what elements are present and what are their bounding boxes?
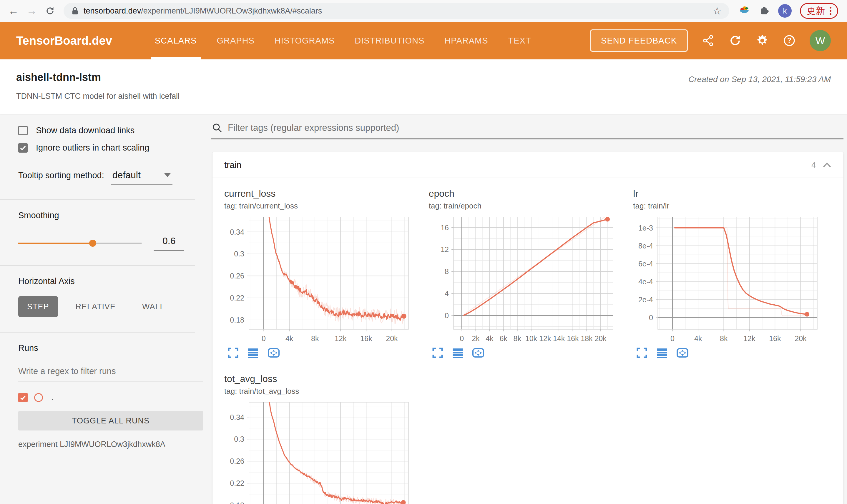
runs-regex-input[interactable]: Write a regex to filter runs [18, 366, 203, 381]
toggle-all-runs-button[interactable]: TOGGLE ALL RUNS [18, 411, 203, 431]
run-name: . [51, 393, 54, 402]
chart-actions [633, 347, 837, 359]
train-group-title: train [224, 160, 241, 170]
chart-tag: tag: train/epoch [429, 201, 633, 211]
experiment-info-bar: aishell-tdnn-lstm TDNN-LSTM CTC model fo… [0, 59, 847, 114]
svg-text:16k: 16k [567, 334, 579, 343]
svg-text:0: 0 [460, 334, 464, 343]
account-avatar[interactable]: W [810, 30, 831, 51]
log-scale-icon[interactable] [656, 347, 668, 359]
chart-tag: tag: train/tot_avg_loss [224, 387, 429, 396]
svg-text:2e-4: 2e-4 [638, 295, 653, 304]
scalar-chart-plot[interactable]: 04k8k12k16k20k0.180.220.260.30.34 [224, 399, 413, 504]
charts-grid: current_losstag: train/current_loss04k8k… [212, 178, 844, 504]
extensions-puzzle-icon[interactable] [759, 5, 770, 16]
bookmark-star-icon[interactable]: ☆ [713, 5, 722, 17]
train-group-header[interactable]: train 4 [212, 152, 844, 178]
tab-scalars[interactable]: SCALARS [155, 22, 196, 59]
scalar-chart-plot[interactable]: 02k4k6k8k10k12k14k16k18k20k0481216 [429, 214, 617, 346]
log-scale-icon[interactable] [452, 347, 464, 359]
fruit-extension-icon[interactable] [738, 5, 750, 17]
svg-text:2k: 2k [472, 334, 480, 343]
fullscreen-icon[interactable] [227, 347, 239, 359]
svg-text:6k: 6k [499, 334, 507, 343]
scalar-chart-card: current_losstag: train/current_loss04k8k… [224, 188, 429, 359]
main-nav: SCALARS GRAPHS HISTOGRAMS DISTRIBUTIONS … [155, 22, 531, 59]
show-download-links-checkbox[interactable] [18, 126, 28, 135]
svg-text:8k: 8k [720, 334, 728, 343]
smoothing-slider[interactable] [18, 242, 142, 244]
browser-profile-avatar[interactable]: k [778, 4, 792, 18]
fit-domain-icon[interactable] [676, 347, 689, 359]
address-bar[interactable]: tensorboard.dev/experiment/LJI9MWUORLOw3… [64, 3, 729, 19]
scalar-chart-card: lrtag: train/lr04k8k12k16k20k02e-44e-46e… [633, 188, 837, 359]
tooltip-sorting-select[interactable]: default [111, 170, 172, 185]
ignore-outliers-checkbox[interactable] [18, 143, 28, 152]
svg-text:0.3: 0.3 [234, 435, 244, 443]
svg-text:4k: 4k [486, 334, 494, 343]
svg-text:16: 16 [440, 223, 449, 232]
tab-hparams[interactable]: HPARAMS [444, 22, 488, 59]
update-label: 更新 [807, 5, 825, 17]
train-tag-group-card: train 4 current_losstag: train/current_l… [212, 152, 844, 504]
tab-text[interactable]: TEXT [508, 22, 531, 59]
fullscreen-icon[interactable] [636, 347, 648, 359]
smoothing-value[interactable]: 0.6 [154, 236, 184, 251]
tab-histograms[interactable]: HISTOGRAMS [275, 22, 335, 59]
run-checkbox[interactable] [18, 393, 28, 402]
chart-tag: tag: train/lr [633, 201, 837, 211]
show-download-links-label: Show data download links [36, 126, 135, 135]
log-scale-icon[interactable] [247, 347, 259, 359]
tooltip-sorting-label: Tooltip sorting method: [18, 170, 104, 180]
ignore-outliers-row[interactable]: Ignore outliers in chart scaling [18, 143, 194, 152]
horizontal-axis-label: Horizontal Axis [18, 276, 194, 286]
fit-domain-icon[interactable] [267, 347, 280, 359]
chart-tag: tag: train/current_loss [224, 201, 429, 211]
share-button[interactable] [701, 34, 715, 47]
scalar-chart-plot[interactable]: 04k8k12k16k20k0.180.220.260.30.34 [224, 214, 413, 346]
tab-distributions[interactable]: DISTRIBUTIONS [355, 22, 425, 59]
svg-text:1e-3: 1e-3 [638, 224, 653, 232]
chart-title: lr [633, 188, 837, 199]
chevron-up-icon[interactable] [822, 161, 832, 168]
svg-text:12k: 12k [335, 334, 347, 343]
filter-tags-placeholder: Filter tags (regular expressions support… [228, 123, 399, 133]
fullscreen-icon[interactable] [432, 347, 444, 359]
chart-title: tot_avg_loss [224, 374, 429, 384]
browser-menu-icon[interactable] [830, 7, 831, 15]
svg-text:8k: 8k [311, 334, 319, 343]
svg-text:0.3: 0.3 [234, 250, 244, 258]
ignore-outliers-label: Ignore outliers in chart scaling [36, 143, 149, 152]
app-logo[interactable]: TensorBoard.dev [16, 34, 112, 47]
svg-text:20k: 20k [795, 334, 807, 343]
settings-button[interactable] [756, 34, 769, 47]
reload-icon [45, 6, 55, 16]
svg-text:20k: 20k [594, 334, 607, 343]
svg-text:4: 4 [445, 289, 449, 298]
tab-graphs[interactable]: GRAPHS [217, 22, 254, 59]
svg-text:8e-4: 8e-4 [638, 242, 653, 250]
help-button[interactable]: ? [782, 34, 796, 47]
experiment-created-date: Created on Sep 13, 2021, 11:59:23 AM [688, 75, 831, 84]
settings-sidebar: Show data download links Ignore outliers… [0, 114, 206, 504]
browser-forward-button[interactable]: → [24, 3, 39, 19]
send-feedback-button[interactable]: SEND FEEDBACK [590, 30, 688, 52]
filter-tags-input[interactable]: Filter tags (regular expressions support… [211, 123, 844, 139]
fit-domain-icon[interactable] [472, 347, 485, 359]
slider-thumb[interactable] [89, 240, 96, 247]
svg-text:0.34: 0.34 [230, 228, 244, 236]
refresh-data-button[interactable] [728, 34, 742, 47]
chart-title: epoch [429, 188, 633, 199]
browser-back-button[interactable]: ← [6, 3, 21, 19]
scalar-chart-plot[interactable]: 04k8k12k16k20k02e-44e-46e-48e-41e-3 [633, 214, 822, 346]
svg-text:0.22: 0.22 [230, 294, 244, 302]
browser-reload-button[interactable] [42, 3, 58, 19]
axis-wall-button[interactable]: WALL [133, 296, 174, 317]
axis-step-button[interactable]: STEP [18, 296, 58, 317]
axis-relative-button[interactable]: RELATIVE [67, 296, 125, 317]
chrome-update-button[interactable]: 更新 [800, 3, 838, 19]
show-download-links-row[interactable]: Show data download links [18, 126, 194, 135]
runs-label: Runs [18, 343, 194, 353]
svg-text:16k: 16k [769, 334, 781, 343]
run-row[interactable]: . [18, 393, 194, 402]
